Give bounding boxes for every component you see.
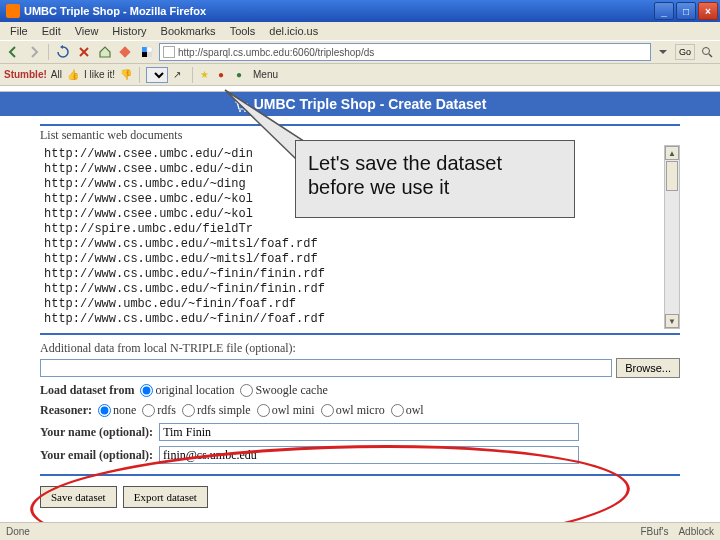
load-swoogle-radio[interactable] (240, 384, 253, 397)
menu-view[interactable]: View (69, 23, 105, 39)
reasoner-owl-micro-radio[interactable] (321, 404, 334, 417)
friends-icon[interactable]: ● (217, 68, 231, 82)
email-input[interactable] (159, 446, 579, 464)
doc-url: http://www.cs.umbc.edu/~mitsl/foaf.rdf (44, 252, 660, 267)
doc-url: http://www.cs.umbc.edu/~mitsl/foaf.rdf (44, 237, 660, 252)
doc-url: http://www.cs.umbc.edu/~finin/finin.rdf (44, 267, 660, 282)
reasoner-none-label: none (113, 403, 136, 418)
thumbs-up-icon[interactable]: 👍 (66, 68, 80, 82)
dropdown-icon[interactable] (654, 43, 672, 61)
window-title: UMBC Triple Shop - Mozilla Firefox (24, 5, 206, 17)
menu-edit[interactable]: Edit (36, 23, 67, 39)
page-icon (163, 46, 175, 58)
svg-point-5 (703, 48, 710, 55)
window-titlebar: UMBC Triple Shop - Mozilla Firefox _ □ × (0, 0, 720, 22)
menu-tools[interactable]: Tools (224, 23, 262, 39)
reload-button[interactable] (54, 43, 72, 61)
reasoner-none-radio[interactable] (98, 404, 111, 417)
search-icon[interactable] (698, 43, 716, 61)
url-bar[interactable]: http://sparql.cs.umbc.edu:6060/triplesho… (159, 43, 651, 61)
menu-history[interactable]: History (106, 23, 152, 39)
svg-rect-1 (142, 47, 147, 52)
share-icon[interactable]: ↗ (172, 68, 186, 82)
reasoner-rdfs-simple-radio[interactable] (182, 404, 195, 417)
menu-bookmarks[interactable]: Bookmarks (155, 23, 222, 39)
scroll-down-icon[interactable]: ▼ (665, 314, 679, 328)
divider (40, 124, 680, 126)
name-input[interactable] (159, 423, 579, 441)
window-maximize-button[interactable]: □ (676, 2, 696, 20)
load-original-label: original location (155, 383, 234, 398)
load-original-radio[interactable] (140, 384, 153, 397)
menubar: File Edit View History Bookmarks Tools d… (0, 22, 720, 40)
page-header: UMBC Triple Shop - Create Dataset (0, 92, 720, 116)
tag-icon[interactable] (117, 43, 135, 61)
url-text: http://sparql.cs.umbc.edu:6060/triplesho… (178, 47, 374, 58)
reasoner-label: Reasoner: (40, 403, 92, 418)
svg-rect-4 (147, 52, 152, 57)
window-minimize-button[interactable]: _ (654, 2, 674, 20)
stumble-button[interactable]: Stumble! (4, 69, 47, 80)
doc-url: http://www.umbc.edu/~finin/foaf.rdf (44, 297, 660, 312)
reasoner-owl-label: owl (406, 403, 424, 418)
browse-button[interactable]: Browse... (616, 358, 680, 378)
stumble-all[interactable]: All (51, 69, 62, 80)
stumble-channel-select[interactable] (146, 67, 168, 83)
callout-line2: before we use it (308, 175, 562, 199)
menu-delicious[interactable]: del.icio.us (263, 23, 324, 39)
email-label: Your email (optional): (40, 448, 153, 463)
stumble-menu[interactable]: Menu (253, 69, 278, 80)
reasoner-owl-mini-radio[interactable] (257, 404, 270, 417)
home-button[interactable] (96, 43, 114, 61)
menu-file[interactable]: File (4, 23, 34, 39)
divider (40, 474, 680, 476)
svg-rect-3 (142, 52, 147, 57)
stumble-like[interactable]: I like it! (84, 69, 115, 80)
thumbs-down-icon[interactable]: 👎 (119, 68, 133, 82)
reasoner-rdfs-label: rdfs (157, 403, 176, 418)
additional-label: Additional data from local N-TRIPLE file… (40, 341, 680, 356)
window-close-button[interactable]: × (698, 2, 718, 20)
export-dataset-button[interactable]: Export dataset (123, 486, 208, 508)
reasoner-owl-micro-label: owl micro (336, 403, 385, 418)
reasoner-rdfs-simple-label: rdfs simple (197, 403, 251, 418)
divider (40, 333, 680, 335)
save-dataset-button[interactable]: Save dataset (40, 486, 117, 508)
svg-line-6 (709, 54, 712, 57)
svg-rect-0 (119, 46, 130, 57)
delicious-icon[interactable] (138, 43, 156, 61)
nav-toolbar: http://sparql.cs.umbc.edu:6060/triplesho… (0, 40, 720, 64)
go-button[interactable]: Go (675, 44, 695, 60)
firefox-icon (6, 4, 20, 18)
status-fbufs: FBuf's (640, 526, 668, 537)
scroll-thumb[interactable] (666, 161, 678, 191)
favorite-icon[interactable]: ★ (199, 68, 213, 82)
load-swoogle-label: Swoogle cache (255, 383, 327, 398)
callout-line1: Let's save the dataset (308, 151, 562, 175)
file-input[interactable] (40, 359, 612, 377)
annotation-callout: Let's save the dataset before we use it (295, 140, 575, 218)
reasoner-owl-radio[interactable] (391, 404, 404, 417)
svg-rect-2 (147, 47, 152, 52)
statusbar: Done FBuf's Adblock (0, 522, 720, 540)
status-left: Done (6, 526, 30, 537)
name-label: Your name (optional): (40, 425, 153, 440)
doc-url: http://www.cs.umbc.edu/~finin//foaf.rdf (44, 312, 660, 327)
stop-button[interactable] (75, 43, 93, 61)
reasoner-owl-mini-label: owl mini (272, 403, 315, 418)
back-button[interactable] (4, 43, 22, 61)
forward-button[interactable] (25, 43, 43, 61)
reasoner-rdfs-radio[interactable] (142, 404, 155, 417)
status-adblock[interactable]: Adblock (678, 526, 714, 537)
docs-scrollbar[interactable]: ▲ ▼ (664, 145, 680, 329)
load-from-label: Load dataset from (40, 383, 134, 398)
scroll-up-icon[interactable]: ▲ (665, 146, 679, 160)
stumble-toolbar: Stumble! All 👍 I like it! 👎 ↗ ★ ● ● Menu (0, 64, 720, 86)
doc-url: http://www.cs.umbc.edu/~finin/finin.rdf (44, 282, 660, 297)
info-icon[interactable]: ● (235, 68, 249, 82)
doc-url: http://spire.umbc.edu/fieldTr (44, 222, 660, 237)
